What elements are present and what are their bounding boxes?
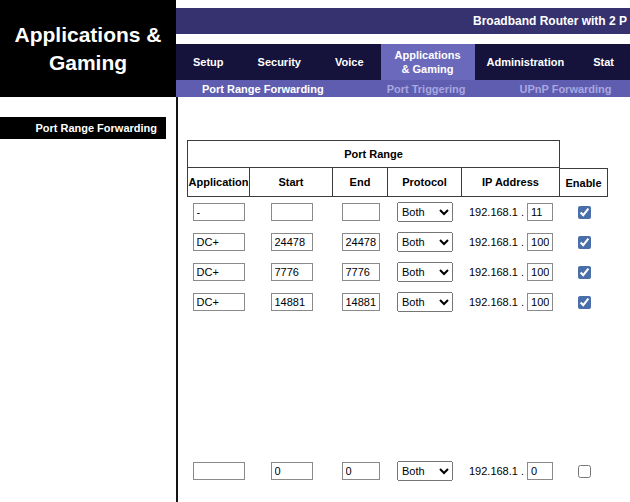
- protocol-cell: Both: [388, 287, 462, 317]
- enable-cell: [560, 287, 608, 317]
- application-input[interactable]: [193, 203, 245, 221]
- protocol-cell: Both: [388, 197, 462, 227]
- table-grid: Port Range Application Start End Protoco…: [187, 140, 608, 317]
- application-cell: [187, 456, 250, 486]
- nav-tab-security[interactable]: Security: [241, 44, 318, 80]
- end-port-input[interactable]: [342, 462, 380, 480]
- ip-prefix: 192.168.1 .: [469, 266, 524, 278]
- protocol-select[interactable]: Both: [397, 461, 453, 481]
- enable-cell: [560, 456, 608, 486]
- start-port-cell: [250, 197, 333, 227]
- start-port-input[interactable]: [271, 263, 313, 281]
- end-port-input[interactable]: [342, 203, 380, 221]
- start-port-cell: [250, 257, 333, 287]
- subnav-item-port-range-forwarding[interactable]: Port Range Forwarding: [176, 83, 360, 95]
- brand-panel: Applications & Gaming: [0, 0, 176, 97]
- enable-cell: [560, 197, 608, 227]
- application-cell: [187, 257, 250, 287]
- port-forwarding-table: Port Range Application Start End Protoco…: [187, 140, 608, 486]
- nav-tab-applications-gaming[interactable]: Applications & Gaming: [381, 44, 475, 80]
- ip-address-cell: 192.168.1 .: [462, 227, 560, 257]
- enable-checkbox[interactable]: [578, 465, 591, 478]
- banner-spacer: [560, 140, 608, 168]
- protocol-select[interactable]: Both: [397, 232, 453, 252]
- end-port-cell: [333, 456, 388, 486]
- empty-row-grid: Both 192.168.1 .: [187, 456, 608, 486]
- end-port-cell: [333, 257, 388, 287]
- end-port-input[interactable]: [342, 233, 380, 251]
- nav-tab-voice[interactable]: Voice: [318, 44, 381, 80]
- start-port-cell: [250, 287, 333, 317]
- col-header-protocol: Protocol: [388, 168, 462, 197]
- subnav-item-upnp-forwarding[interactable]: UPnP Forwarding: [492, 83, 630, 95]
- ip-prefix: 192.168.1 .: [469, 236, 524, 248]
- ip-address-cell: 192.168.1 .: [462, 287, 560, 317]
- topbar: Broadband Router with 2 P: [176, 8, 630, 34]
- nav-tab-administration[interactable]: Administration: [475, 44, 577, 80]
- protocol-select[interactable]: Both: [397, 202, 453, 222]
- col-header-enable: Enable: [560, 168, 608, 197]
- subnav: Port Range ForwardingPort TriggeringUPnP…: [176, 80, 630, 97]
- ip-address-cell: 192.168.1 .: [462, 257, 560, 287]
- ip-prefix: 192.168.1 .: [469, 206, 524, 218]
- protocol-cell: Both: [388, 456, 462, 486]
- col-header-ip-address: IP Address: [462, 168, 560, 197]
- col-header-end: End: [333, 168, 388, 197]
- enable-cell: [560, 227, 608, 257]
- protocol-cell: Both: [388, 257, 462, 287]
- start-port-input[interactable]: [271, 203, 313, 221]
- end-port-input[interactable]: [342, 293, 380, 311]
- protocol-cell: Both: [388, 227, 462, 257]
- ip-address-cell: 192.168.1 .: [462, 456, 560, 486]
- nav-tab-stat[interactable]: Stat: [576, 44, 630, 80]
- protocol-select[interactable]: Both: [397, 292, 453, 312]
- enable-checkbox[interactable]: [578, 236, 591, 249]
- sidebar-section-label-text: Port Range Forwarding: [35, 122, 157, 134]
- enable-checkbox[interactable]: [578, 296, 591, 309]
- start-port-cell: [250, 227, 333, 257]
- brand-title: Applications & Gaming: [14, 21, 162, 76]
- application-cell: [187, 197, 250, 227]
- nav-tab-setup[interactable]: Setup: [176, 44, 241, 80]
- enable-cell: [560, 257, 608, 287]
- start-port-input[interactable]: [271, 462, 313, 480]
- col-header-application: Application: [187, 168, 250, 197]
- application-input[interactable]: [193, 263, 245, 281]
- col-header-start: Start: [250, 168, 333, 197]
- application-cell: [187, 287, 250, 317]
- protocol-select[interactable]: Both: [397, 262, 453, 282]
- end-port-input[interactable]: [342, 263, 380, 281]
- application-input[interactable]: [193, 233, 245, 251]
- ip-prefix: 192.168.1 .: [469, 465, 524, 477]
- start-port-cell: [250, 456, 333, 486]
- ip-last-octet-input[interactable]: [527, 462, 553, 480]
- main-nav: SetupSecurityVoiceApplications & GamingA…: [176, 44, 630, 80]
- sidebar-section-label: Port Range Forwarding: [0, 117, 166, 139]
- content-divider: [176, 97, 178, 502]
- enable-checkbox[interactable]: [578, 206, 591, 219]
- application-input[interactable]: [193, 462, 245, 480]
- table-banner: Port Range: [187, 140, 560, 168]
- end-port-cell: [333, 197, 388, 227]
- enable-checkbox[interactable]: [578, 266, 591, 279]
- application-input[interactable]: [193, 293, 245, 311]
- ip-prefix: 192.168.1 .: [469, 296, 524, 308]
- application-cell: [187, 227, 250, 257]
- router-model-title: Broadband Router with 2 P: [473, 14, 627, 28]
- ip-last-octet-input[interactable]: [527, 263, 553, 281]
- start-port-input[interactable]: [271, 233, 313, 251]
- ip-last-octet-input[interactable]: [527, 233, 553, 251]
- ip-address-cell: 192.168.1 .: [462, 197, 560, 227]
- ip-last-octet-input[interactable]: [527, 203, 553, 221]
- start-port-input[interactable]: [271, 293, 313, 311]
- end-port-cell: [333, 227, 388, 257]
- end-port-cell: [333, 287, 388, 317]
- ip-last-octet-input[interactable]: [527, 293, 553, 311]
- subnav-item-port-triggering[interactable]: Port Triggering: [360, 83, 493, 95]
